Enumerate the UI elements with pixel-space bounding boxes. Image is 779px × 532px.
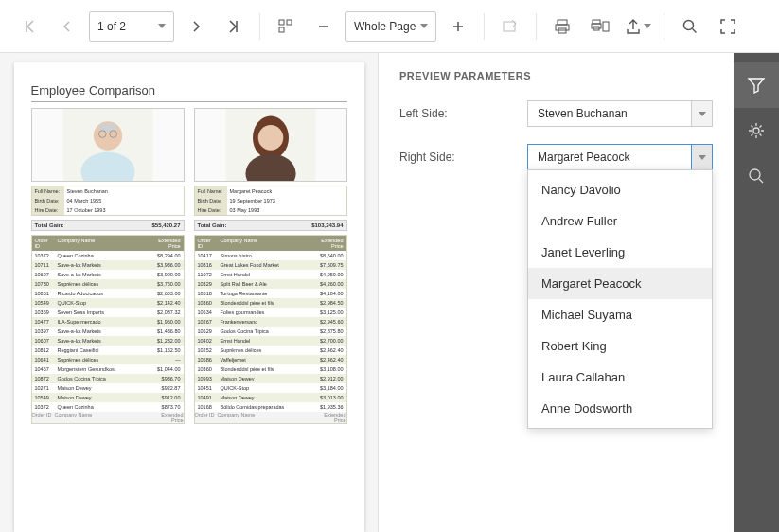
left-employee-column: Full Name:Steven Buchanan Birth Date:04 …: [31, 108, 185, 424]
prev-page-button[interactable]: [51, 10, 83, 43]
dropdown-option[interactable]: Janet Leverling: [528, 237, 712, 268]
page-selector[interactable]: 1 of 2: [89, 11, 174, 42]
chevron-down-icon: [644, 24, 651, 28]
page-display: 1 of 2: [97, 20, 126, 33]
table-row: 10252Suprêmes délices$2,462.40: [195, 346, 346, 355]
dropdown-option[interactable]: Andrew Fuller: [528, 205, 712, 237]
main-area: Employee Comparison Full Name:Steven Buc…: [0, 53, 779, 532]
toolbar: 1 of 2 Whole Page: [0, 0, 779, 53]
svg-rect-10: [603, 22, 609, 31]
right-side-value: Margaret Peacock: [538, 151, 629, 164]
svg-point-22: [753, 128, 759, 133]
svg-point-20: [257, 125, 283, 151]
table-row: 10359Seven Seas Imports$2,087.32: [32, 308, 184, 317]
zoom-out-button[interactable]: [308, 10, 340, 43]
svg-rect-1: [287, 20, 292, 25]
table-row: 10586Vaffeljernet$2,462.40: [195, 355, 346, 364]
filter-tab[interactable]: [734, 62, 779, 108]
last-page-button[interactable]: [218, 10, 250, 43]
dropdown-option[interactable]: Michael Suyama: [528, 299, 712, 330]
zoom-in-button[interactable]: [442, 10, 474, 43]
export-button[interactable]: [622, 10, 654, 43]
parameters-panel: PREVIEW PARAMETERS Left Side: Steven Buc…: [379, 53, 734, 532]
table-row: 10372Queen Cozinha$873.70: [32, 402, 184, 412]
search-button[interactable]: [674, 10, 706, 43]
employee-photo-right: [194, 108, 347, 182]
zoom-display: Whole Page: [354, 20, 416, 33]
dropdown-option[interactable]: Laura Callahan: [528, 362, 712, 393]
table-row: 10267Frankenversand$2,945.60: [195, 317, 346, 327]
table-row: 10607Save-a-lot Markets$1,232.00: [32, 336, 184, 346]
print-button[interactable]: [546, 10, 578, 43]
table-row: 10372Queen Cozinha$8,294.00: [32, 251, 184, 260]
left-side-combo[interactable]: Steven Buchanan: [527, 100, 713, 127]
left-side-label: Left Side:: [399, 107, 527, 120]
right-side-combo[interactable]: Margaret Peacock Nancy DavolioAndrew Ful…: [527, 144, 713, 170]
table-row: 10993Maison Dewey$2,912.00: [195, 374, 346, 383]
table-row: 10641Suprêmes délices—: [32, 355, 184, 364]
table-row: 11072Ernst Handel$4,950.00: [195, 270, 346, 279]
table-row: 10711Save-a-lot Markets$3,936.00: [32, 260, 184, 270]
table-row: 10634Folies gourmandes$3,125.00: [195, 308, 346, 317]
table-row: 10457Morgenstern Gesundkost$1,044.00: [32, 364, 184, 374]
left-side-value: Steven Buchanan: [538, 107, 628, 120]
table-row: 10607Save-a-lot Markets$3,900.00: [32, 270, 184, 279]
table-row: 10816Great Lakes Food Market$7,509.75: [195, 260, 346, 270]
svg-point-11: [684, 20, 694, 29]
table-row: 10451QUICK-Stop$3,184.00: [195, 383, 346, 393]
report-title: Employee Comparison: [31, 83, 347, 98]
chevron-down-icon: [699, 112, 706, 116]
next-page-button[interactable]: [180, 10, 212, 43]
table-row: 10271Maison Dewey$922.87: [32, 383, 184, 393]
first-page-button[interactable]: [13, 10, 45, 43]
right-employee-column: Full Name:Margaret Peacock Birth Date:19…: [194, 108, 347, 424]
zoom-selector[interactable]: Whole Page: [345, 11, 436, 42]
highlight-fields-button[interactable]: [494, 10, 526, 43]
chevron-down-icon: [699, 155, 706, 160]
table-row: 10549Maison Dewey$912.00: [32, 393, 184, 402]
dropdown-option[interactable]: Nancy Davolio: [528, 174, 712, 205]
svg-rect-4: [558, 20, 567, 25]
table-row: 10730Suprêmes délices$3,750.00: [32, 279, 184, 289]
table-row: 10872Godos Cocina Típica$936.70: [32, 374, 184, 383]
search-tab[interactable]: [734, 153, 779, 199]
dropdown-option[interactable]: Robert King: [528, 330, 712, 362]
svg-rect-0: [279, 20, 284, 25]
parameters-title: PREVIEW PARAMETERS: [399, 70, 713, 81]
table-row: 10549QUICK-Stop$2,142.40: [32, 298, 184, 308]
employee-photo-left: [31, 108, 185, 182]
svg-point-23: [750, 169, 760, 180]
print-page-button[interactable]: [584, 10, 616, 43]
table-row: 10477ILA-Supermercado$1,960.00: [32, 317, 184, 327]
document-viewport[interactable]: Employee Comparison Full Name:Steven Buc…: [0, 53, 379, 532]
table-row: 10360Blondesddsl père et fils$3,108.00: [195, 364, 346, 374]
right-side-label: Right Side:: [399, 151, 527, 164]
table-row: 10491Maison Dewey$3,013.00: [195, 393, 346, 402]
table-row: 10397Save-a-lot Markets$1,436.80: [32, 327, 184, 336]
dropdown-option[interactable]: Anne Dodsworth: [528, 393, 712, 424]
table-row: 10417Simons bistro$8,540.00: [195, 251, 346, 260]
report-page: Employee Comparison Full Name:Steven Buc…: [14, 62, 364, 532]
settings-tab[interactable]: [734, 108, 779, 153]
dropdown-option[interactable]: Margaret Peacock: [528, 268, 712, 299]
right-side-dropdown: Nancy DavolioAndrew FullerJanet Leverlin…: [527, 169, 713, 429]
table-row: 10518Tortuga Restaurante$4,104.00: [195, 289, 346, 298]
svg-rect-5: [556, 25, 569, 30]
chevron-down-icon: [420, 24, 428, 28]
table-row: 10168Bólido Comidas preparadas$1,935.36: [195, 402, 346, 412]
fullscreen-button[interactable]: [712, 10, 744, 43]
chevron-down-icon: [158, 24, 166, 28]
table-row: 10402Ernst Handel$2,700.00: [195, 336, 346, 346]
table-row: 10329Split Rail Beer & Ale$4,260.00: [195, 279, 346, 289]
table-row: 10812Reggiani Caseifici$1,152.50: [32, 346, 184, 355]
table-row: 10629Godos Cocina Típica$2,875.80: [195, 327, 346, 336]
table-row: 10851Ricardo Adocicados$2,603.00: [32, 289, 184, 298]
multipage-toggle-button[interactable]: [270, 10, 302, 43]
right-rail: [734, 53, 779, 532]
svg-rect-7: [593, 20, 600, 24]
svg-rect-2: [279, 27, 284, 32]
table-row: 10360Blondesddsl père et fils$2,984.50: [195, 298, 346, 308]
